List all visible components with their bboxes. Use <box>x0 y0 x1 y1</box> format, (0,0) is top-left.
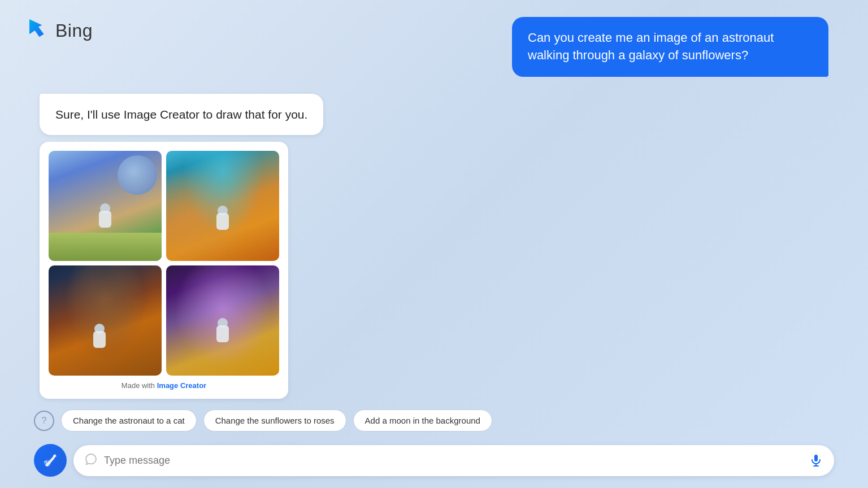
broom-icon <box>42 452 59 469</box>
astronaut-figure-4 <box>216 318 229 342</box>
help-button[interactable]: ? <box>34 411 54 431</box>
astronaut-figure-1 <box>99 203 111 228</box>
suggestion-change-astronaut[interactable]: Change the astronaut to a cat <box>61 409 197 432</box>
generated-image-2[interactable] <box>166 151 279 261</box>
image-creator-link[interactable]: Image Creator <box>157 381 206 390</box>
generated-image-1[interactable] <box>49 151 162 261</box>
mic-button[interactable] <box>809 454 823 467</box>
bot-message-container: Sure, I'll use Image Creator to draw tha… <box>34 94 323 399</box>
suggestions-area: ? Change the astronaut to a cat Change t… <box>34 409 834 432</box>
new-conversation-button[interactable] <box>34 444 67 477</box>
suggestion-add-moon[interactable]: Add a moon in the background <box>353 409 492 432</box>
generated-image-3[interactable] <box>49 265 162 376</box>
message-input-container <box>73 445 834 476</box>
bot-text-bubble: Sure, I'll use Image Creator to draw tha… <box>40 94 323 135</box>
astronaut-figure-3 <box>93 324 106 348</box>
astronaut-figure-2 <box>216 206 229 230</box>
svg-rect-2 <box>814 455 818 461</box>
message-input[interactable] <box>104 455 802 467</box>
suggestion-change-sunflowers[interactable]: Change the sunflowers to roses <box>203 409 346 432</box>
image-grid-container: Made with Image Creator <box>40 142 288 399</box>
sunflowers-decoration-1 <box>49 233 162 261</box>
svg-point-1 <box>53 455 55 457</box>
chat-icon <box>85 453 97 468</box>
made-with-label: Made with Image Creator <box>49 381 279 390</box>
generated-image-4[interactable] <box>166 265 279 376</box>
mic-icon <box>809 454 823 467</box>
input-bar-area <box>34 444 834 477</box>
user-message-bubble: Can you create me an image of an astrona… <box>512 17 828 77</box>
image-grid <box>49 151 279 376</box>
